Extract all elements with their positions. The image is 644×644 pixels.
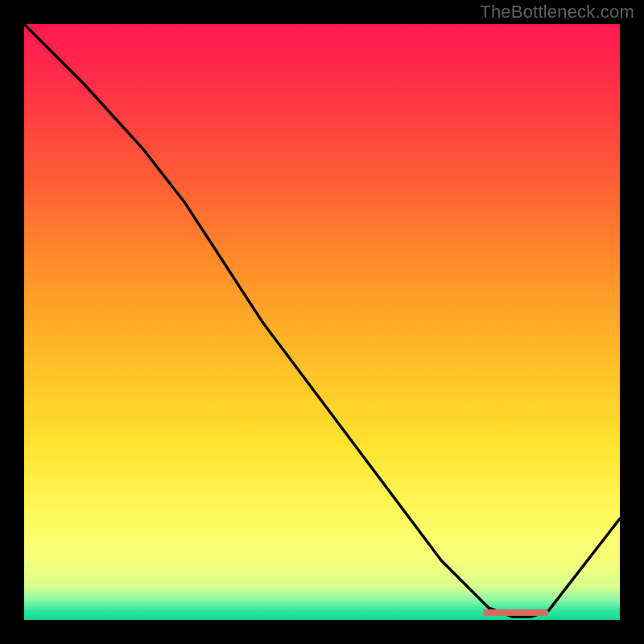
gradient-bg bbox=[24, 24, 620, 620]
optimal-marker bbox=[483, 609, 548, 616]
bottleneck-chart bbox=[24, 24, 620, 620]
chart-frame: TheBottleneck.com bbox=[0, 0, 644, 644]
attribution-text: TheBottleneck.com bbox=[480, 2, 634, 23]
